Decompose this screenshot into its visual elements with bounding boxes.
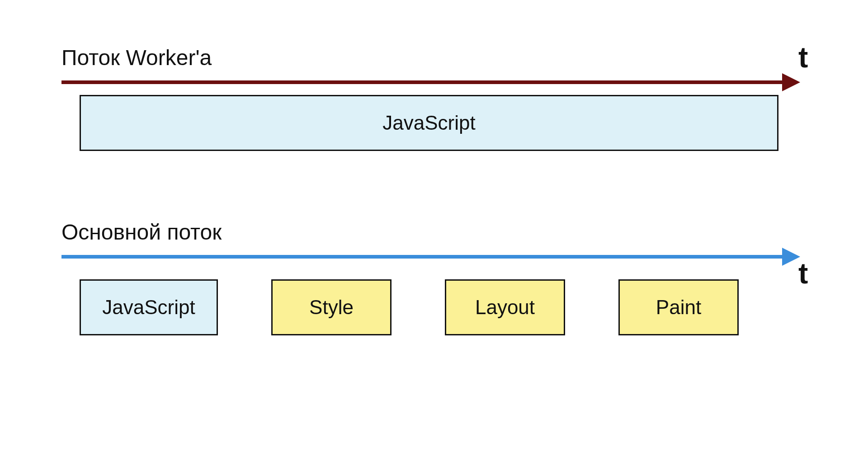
main-block-layout-label: Layout bbox=[475, 296, 535, 319]
main-time-arrow-line bbox=[61, 255, 782, 259]
worker-time-axis-label: t bbox=[798, 41, 808, 74]
main-time-axis-label: t bbox=[798, 257, 808, 290]
worker-time-arrow-line bbox=[61, 80, 782, 84]
main-block-js: JavaScript bbox=[80, 279, 218, 335]
main-block-js-label: JavaScript bbox=[102, 296, 195, 319]
main-block-layout: Layout bbox=[445, 279, 565, 335]
main-thread-title: Основной поток bbox=[61, 220, 222, 245]
main-block-style: Style bbox=[271, 279, 392, 335]
worker-js-block: JavaScript bbox=[80, 95, 778, 151]
main-block-paint-label: Paint bbox=[656, 296, 701, 319]
worker-time-arrow-head bbox=[782, 73, 800, 91]
main-time-arrow-head bbox=[782, 248, 800, 266]
main-block-paint: Paint bbox=[618, 279, 739, 335]
main-block-style-label: Style bbox=[309, 296, 354, 319]
worker-js-block-label: JavaScript bbox=[382, 112, 475, 134]
worker-thread-title: Поток Worker'а bbox=[61, 45, 212, 70]
